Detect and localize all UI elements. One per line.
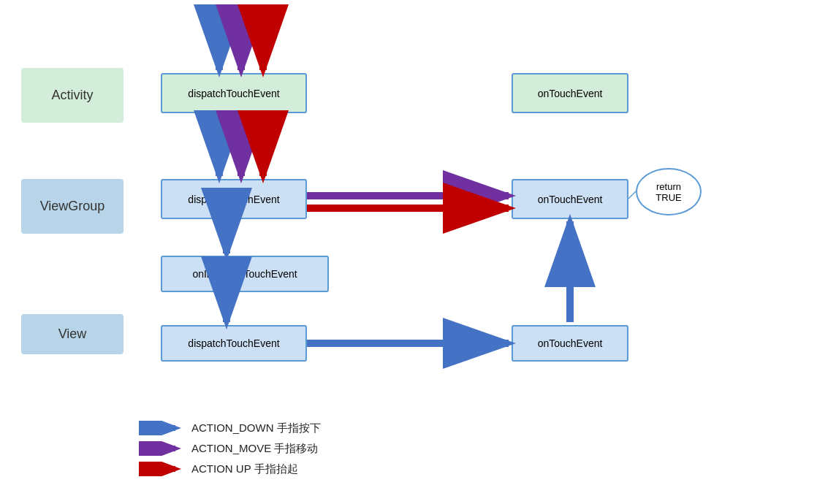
viewgroup-dispatch-box: dispatchTouchEvent: [161, 179, 307, 219]
layer-view: View: [21, 314, 123, 354]
return-bubble-label: return TRUE: [656, 181, 681, 203]
view-label: View: [58, 327, 87, 342]
viewgroup-ontouch-box: onTouchEvent: [512, 179, 628, 219]
diagram-container: Activity ViewGroup View dispatchTouchEve…: [0, 0, 817, 504]
layer-activity: Activity: [21, 68, 123, 123]
viewgroup-dispatch-label: dispatchTouchEvent: [188, 194, 279, 205]
viewgroup-intercept-label: onInterceptTouchEvent: [192, 268, 297, 280]
activity-ontouch-box: onTouchEvent: [512, 73, 628, 113]
legend-label-move: ACTION_MOVE 手指移动: [191, 442, 318, 456]
legend: ACTION_DOWN 手指按下 ACTION_MOVE 手指移动: [139, 421, 321, 482]
legend-arrow-down: [139, 421, 183, 435]
legend-arrow-move: [139, 441, 183, 456]
return-bubble: return TRUE: [636, 168, 702, 215]
legend-item-move: ACTION_MOVE 手指移动: [139, 441, 321, 456]
activity-ontouch-label: onTouchEvent: [538, 88, 603, 99]
svg-line-16: [628, 191, 636, 199]
view-ontouch-box: onTouchEvent: [512, 325, 628, 362]
legend-arrow-up: [139, 462, 183, 476]
viewgroup-intercept-box: onInterceptTouchEvent: [161, 256, 329, 292]
activity-dispatch-label: dispatchTouchEvent: [188, 88, 279, 99]
viewgroup-ontouch-label: onTouchEvent: [538, 194, 603, 205]
view-dispatch-box: dispatchTouchEvent: [161, 325, 307, 362]
view-ontouch-label: onTouchEvent: [538, 337, 603, 349]
legend-item-up: ACTION UP 手指抬起: [139, 462, 321, 476]
legend-label-up: ACTION UP 手指抬起: [191, 462, 298, 476]
activity-label: Activity: [51, 88, 93, 103]
layer-viewgroup: ViewGroup: [21, 179, 123, 234]
viewgroup-label: ViewGroup: [40, 199, 105, 214]
activity-dispatch-box: dispatchTouchEvent: [161, 73, 307, 113]
legend-label-down: ACTION_DOWN 手指按下: [191, 421, 321, 435]
legend-item-down: ACTION_DOWN 手指按下: [139, 421, 321, 435]
view-dispatch-label: dispatchTouchEvent: [188, 337, 279, 349]
